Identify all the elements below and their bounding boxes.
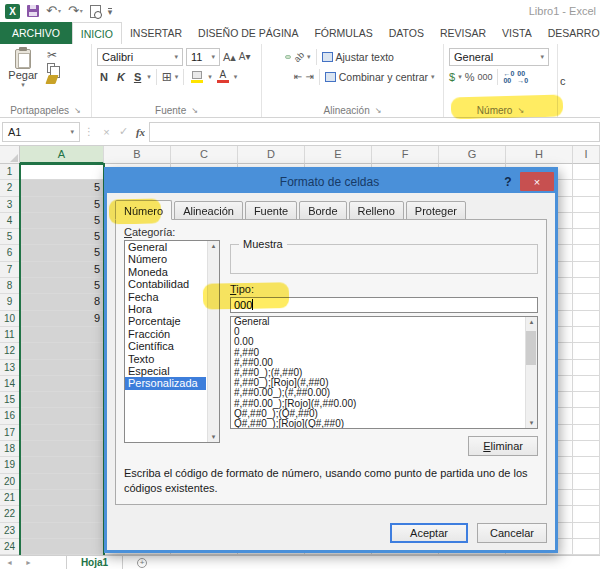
cell-a9[interactable]: 8 <box>20 294 104 310</box>
select-all-corner[interactable] <box>0 146 20 164</box>
orientation-button[interactable]: ab <box>291 49 307 65</box>
underline-dropdown-icon[interactable]: ▾ <box>147 73 151 81</box>
category-item[interactable]: General <box>125 241 206 253</box>
row-header-5[interactable]: 5 <box>0 229 20 245</box>
row-header-11[interactable]: 11 <box>0 327 20 343</box>
font-name-combo[interactable]: Calibri▾ <box>97 48 183 66</box>
decrease-indent-button[interactable]: ⇤ <box>294 71 302 83</box>
cell-a14[interactable] <box>20 376 104 392</box>
row-header-6[interactable]: 6 <box>0 245 20 261</box>
cell-i17[interactable] <box>573 425 600 441</box>
font-color-button[interactable]: A <box>215 71 231 83</box>
delete-button[interactable]: Eliminar <box>468 436 538 456</box>
ribbon-tab-desarrollador[interactable]: DESARROLLADOR <box>540 22 600 44</box>
cell-a12[interactable] <box>20 343 104 359</box>
align-middle-button[interactable] <box>276 55 282 59</box>
column-header-i[interactable]: I <box>573 146 600 164</box>
formula-input[interactable] <box>149 122 600 142</box>
cell-i16[interactable] <box>573 408 600 424</box>
paste-dropdown-icon[interactable]: ▾ <box>21 81 25 89</box>
dialog-close-button[interactable]: × <box>520 172 554 191</box>
cell-i6[interactable] <box>573 245 600 261</box>
prev-sheet-icon[interactable]: ◄ <box>0 556 19 569</box>
cell-a13[interactable] <box>20 360 104 376</box>
name-box[interactable]: A1▾ <box>2 122 80 142</box>
font-size-combo[interactable]: 11▾ <box>186 48 220 66</box>
number-format-dropdown-icon[interactable]: ▾ <box>536 53 544 61</box>
cell-a21[interactable] <box>20 490 104 506</box>
category-item[interactable]: Fecha <box>125 291 206 303</box>
dialog-tab-fuente[interactable]: Fuente <box>245 201 297 220</box>
insert-function-icon[interactable]: fx <box>132 126 149 138</box>
category-item[interactable]: Moneda <box>125 266 206 278</box>
cell-a7[interactable]: 5 <box>20 262 104 278</box>
accept-button[interactable]: Aceptar <box>390 523 468 543</box>
cell-i23[interactable] <box>573 523 600 539</box>
alignment-dialog-launcher-icon[interactable]: ↘ <box>375 107 382 115</box>
borders-button[interactable]: ⊞ <box>162 71 172 83</box>
dialog-tab-borde[interactable]: Borde <box>299 201 346 220</box>
cell-i10[interactable] <box>573 311 600 327</box>
next-sheet-icon[interactable]: ► <box>19 556 38 569</box>
category-item[interactable]: Personalizada <box>125 377 206 389</box>
dialog-tab-n-mero[interactable]: Número <box>115 200 172 220</box>
cell-i14[interactable] <box>573 376 600 392</box>
align-center-button[interactable] <box>276 75 282 79</box>
cell-a3[interactable]: 5 <box>20 197 104 213</box>
cell-a20[interactable] <box>20 474 104 490</box>
row-header-13[interactable]: 13 <box>0 360 20 376</box>
row-header-20[interactable]: 20 <box>0 474 20 490</box>
type-listbox[interactable]: General00.00#,##0#,##0.00#,##0_);(#,##0)… <box>230 316 538 429</box>
cell-i8[interactable] <box>573 278 600 294</box>
bold-button[interactable]: N <box>97 71 111 83</box>
column-header-f[interactable]: F <box>372 146 439 164</box>
save-icon[interactable] <box>27 5 39 17</box>
cell-i2[interactable] <box>573 180 600 196</box>
font-size-dropdown-icon[interactable]: ▾ <box>207 53 215 61</box>
row-header-12[interactable]: 12 <box>0 343 20 359</box>
dialog-tab-alineaci-n[interactable]: Alineación <box>174 201 243 220</box>
cell-a16[interactable] <box>20 408 104 424</box>
cell-i13[interactable] <box>573 360 600 376</box>
row-header-2[interactable]: 2 <box>0 180 20 196</box>
redo-dropdown-icon[interactable]: ▾ <box>80 5 83 17</box>
decrease-decimal-button[interactable]: 00→0 <box>517 70 528 84</box>
scroll-down-icon[interactable]: ▾ <box>212 433 216 441</box>
cell-a18[interactable] <box>20 441 104 457</box>
cell-i3[interactable] <box>573 197 600 213</box>
column-header-d[interactable]: D <box>238 146 305 164</box>
cell-i4[interactable] <box>573 213 600 229</box>
print-preview-icon[interactable] <box>90 5 101 18</box>
ribbon-tab-archivo[interactable]: ARCHIVO <box>0 22 72 44</box>
merge-center-dropdown-icon[interactable]: ▾ <box>431 73 435 81</box>
ribbon-tab-revisar[interactable]: REVISAR <box>432 22 494 44</box>
new-sheet-icon[interactable]: + <box>137 558 147 568</box>
cell-a4[interactable]: 5 <box>20 213 104 229</box>
cell-i24[interactable] <box>573 539 600 555</box>
type-option[interactable]: #,##0 <box>231 348 524 358</box>
category-item[interactable]: Número <box>125 253 206 265</box>
row-header-22[interactable]: 22 <box>0 506 20 522</box>
cell-i21[interactable] <box>573 490 600 506</box>
type-scrollbar-thumb[interactable] <box>526 331 536 365</box>
increase-indent-button[interactable]: ⇥ <box>305 71 313 83</box>
row-header-24[interactable]: 24 <box>0 539 20 555</box>
align-top-button[interactable] <box>267 55 273 59</box>
row-header-8[interactable]: 8 <box>0 278 20 294</box>
font-name-dropdown-icon[interactable]: ▾ <box>170 53 178 61</box>
column-header-g[interactable]: G <box>439 146 506 164</box>
number-dialog-launcher-icon[interactable]: ↘ <box>517 107 524 115</box>
type-input[interactable]: 000 <box>230 297 538 313</box>
scroll-down-icon[interactable]: ▾ <box>530 419 534 427</box>
row-header-16[interactable]: 16 <box>0 408 20 424</box>
category-item[interactable]: Porcentaje <box>125 315 206 327</box>
cell-a17[interactable] <box>20 425 104 441</box>
ribbon-tab-inicio[interactable]: INICIO <box>72 22 122 44</box>
fill-color-button[interactable] <box>189 71 205 83</box>
cell-a11[interactable] <box>20 327 104 343</box>
cut-button[interactable]: ✂ <box>47 49 57 61</box>
cell-i5[interactable] <box>573 229 600 245</box>
shrink-font-button[interactable]: A▾ <box>239 51 251 63</box>
cell-i15[interactable] <box>573 392 600 408</box>
name-box-dropdown-icon[interactable]: ▾ <box>70 128 74 136</box>
